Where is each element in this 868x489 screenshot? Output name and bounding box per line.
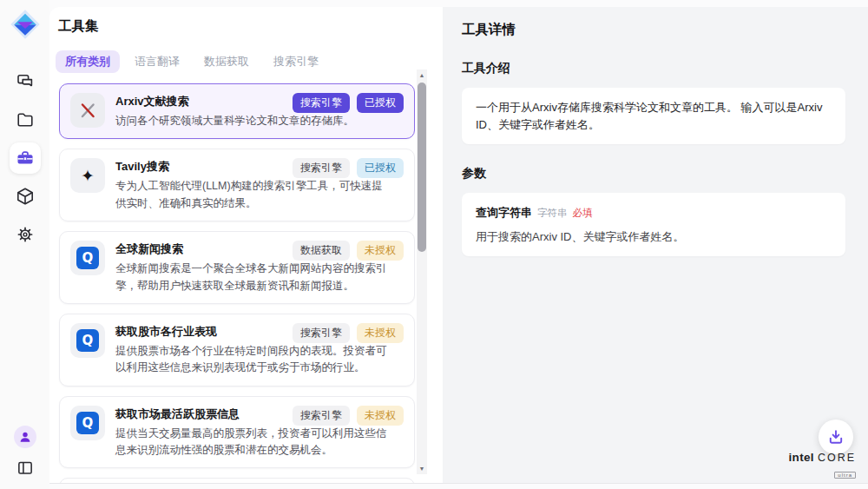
app-logo-icon	[8, 7, 43, 42]
param-box: 查询字符串字符串必填 用于搜索的Arxiv ID、关键字或作者姓名。	[462, 193, 845, 256]
scrollbar-down-arrow-icon[interactable]: ▼	[417, 463, 427, 474]
core-wordmark: CORE	[818, 452, 856, 464]
collapse-sidebar-button[interactable]	[13, 456, 37, 480]
category-badge: 搜索引擎	[293, 93, 350, 113]
tab-search-engine[interactable]: 搜索引擎	[264, 50, 328, 73]
juhe-logo-icon: Q	[70, 406, 105, 440]
tool-description: 全球新闻搜索是一个聚合全球各大新闻网站内容的搜索引擎，帮助用户快速获取全球最新资…	[115, 261, 391, 294]
param-required-badge: 必填	[573, 208, 593, 218]
juhe-logo-icon: Q	[70, 241, 105, 275]
param-description: 用于搜索的Arxiv ID、关键字或作者姓名。	[476, 228, 832, 246]
left-rail	[0, 0, 49, 489]
param-header: 查询字符串字符串必填	[476, 204, 832, 221]
list-scrollbar: ▲ ▼	[417, 69, 427, 474]
folder-icon	[15, 109, 36, 130]
download-icon	[827, 428, 845, 446]
tab-data-fetch[interactable]: 数据获取	[194, 50, 259, 73]
panel-toggle-icon	[16, 459, 35, 478]
sidebar-item-chat[interactable]	[10, 66, 41, 97]
tab-all-categories[interactable]: 所有类别	[56, 50, 120, 73]
tool-description: 提供当天交易量最高的股票列表，投资者可以利用这些信息来识别流动性强的股票和潜在的…	[115, 426, 391, 459]
param-name: 查询字符串	[476, 206, 532, 219]
scrollbar-thumb[interactable]	[418, 83, 426, 252]
tavily-logo-icon: ✦	[70, 158, 105, 193]
category-badge: 搜索引擎	[293, 323, 350, 343]
rail-bottom	[13, 426, 37, 480]
intel-core-ultra-logo: intel CORE ultra	[789, 449, 856, 480]
tool-list-panel: 工具集 所有类别 语言翻译 数据获取 搜索引擎 Arxiv文献搜索 访问各个研究…	[49, 7, 443, 483]
params-heading: 参数	[462, 166, 845, 182]
category-badge: 搜索引擎	[293, 406, 350, 426]
intel-wordmark: intel	[789, 451, 814, 464]
user-icon	[17, 429, 33, 445]
sidebar-item-settings[interactable]	[10, 219, 41, 250]
toolbox-icon	[15, 148, 36, 169]
tab-translation[interactable]: 语言翻译	[125, 50, 189, 73]
param-type: 字符串	[537, 208, 568, 218]
intro-heading: 工具介绍	[462, 61, 845, 76]
auth-status-badge: 已授权	[357, 93, 404, 113]
scrollbar-up-arrow-icon[interactable]: ▲	[417, 69, 427, 81]
auth-status-badge: 未授权	[357, 241, 404, 261]
arxiv-logo-icon	[70, 93, 105, 128]
sidebar-item-tools[interactable]	[10, 142, 41, 174]
user-avatar[interactable]	[14, 426, 36, 448]
tool-detail-panel: 工具详情 工具介绍 一个用于从Arxiv存储库搜索科学论文和文章的工具。 输入可…	[443, 7, 868, 483]
rail-nav	[10, 66, 41, 250]
tool-cards: Arxiv文献搜索 访问各个研究领域大量科学论文和文章的存储库。 搜索引擎 已授…	[59, 83, 415, 484]
main-window: 工具集 所有类别 语言翻译 数据获取 搜索引擎 Arxiv文献搜索 访问各个研究…	[49, 7, 868, 484]
ultra-badge: ultra	[834, 472, 856, 479]
intro-box: 一个用于从Arxiv存储库搜索科学论文和文章的工具。 输入可以是Arxiv ID…	[462, 88, 845, 144]
tool-card-global-news[interactable]: Q 全球新闻搜索 全球新闻搜索是一个聚合全球各大新闻网站内容的搜索引擎，帮助用户…	[59, 231, 415, 304]
sidebar-item-files[interactable]	[10, 104, 41, 135]
tool-card-active-stocks[interactable]: Q 获取市场最活跃股票信息 提供当天交易量最高的股票列表，投资者可以利用这些信息…	[59, 396, 415, 469]
tool-card-arxiv[interactable]: Arxiv文献搜索 访问各个研究领域大量科学论文和文章的存储库。 搜索引擎 已授…	[59, 83, 415, 139]
chat-icon	[15, 71, 36, 92]
tool-card-regional-news[interactable]: 万维地区新闻查询 查询具体行政区划内的新闻，快速了解各地新闻动 搜索引擎 未授权	[59, 478, 415, 484]
cube-icon	[15, 186, 36, 207]
category-badge: 搜索引擎	[293, 158, 350, 178]
tool-description: 提供股票市场各个行业在特定时间段内的表现。投资者可以利用这些信息来识别表现优于或…	[115, 343, 391, 377]
tool-description: 专为人工智能代理(LLM)构建的搜索引擎工具，可快速提供实时、准确和真实的结果。	[115, 178, 391, 212]
tool-card-tavily[interactable]: ✦ Tavily搜索 专为人工智能代理(LLM)构建的搜索引擎工具，可快速提供实…	[59, 149, 415, 221]
detail-title: 工具详情	[462, 21, 845, 39]
tool-card-sector-performance[interactable]: Q 获取股市各行业表现 提供股票市场各个行业在特定时间段内的表现。投资者可以利用…	[59, 314, 415, 387]
page-title: 工具集	[58, 17, 443, 36]
auth-status-badge: 未授权	[357, 323, 404, 343]
juhe-logo-icon: Q	[70, 323, 105, 358]
auth-status-badge: 已授权	[357, 158, 404, 178]
sidebar-item-models[interactable]	[10, 181, 41, 212]
auth-status-badge: 未授权	[357, 406, 404, 426]
category-badge: 数据获取	[293, 241, 350, 261]
gear-icon	[15, 224, 36, 245]
tool-description: 访问各个研究领域大量科学论文和文章的存储库。	[115, 113, 391, 129]
category-tabs: 所有类别 语言翻译 数据获取 搜索引擎	[56, 50, 443, 73]
